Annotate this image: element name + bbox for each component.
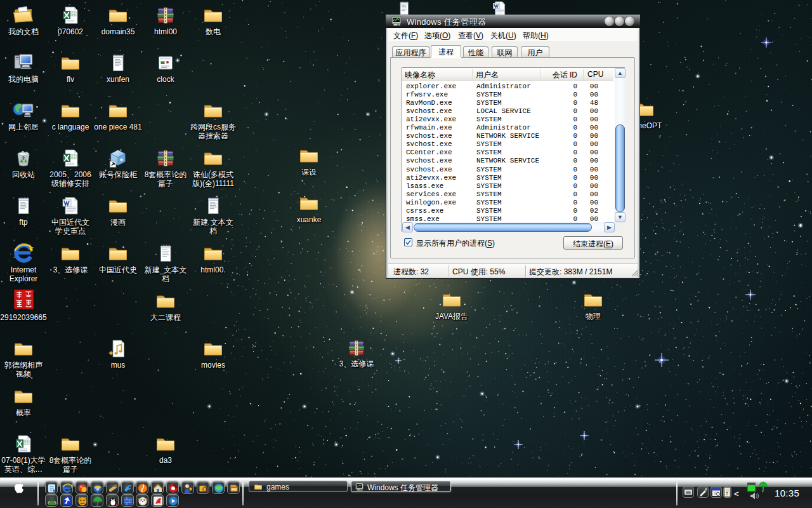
svg-text:2: 2 (726, 491, 728, 496)
